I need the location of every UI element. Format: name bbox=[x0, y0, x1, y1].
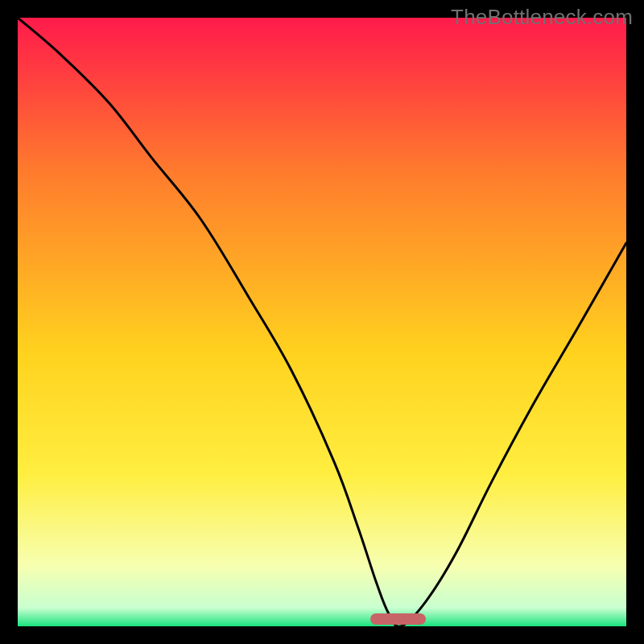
chart-frame: TheBottleneck.com bbox=[0, 0, 644, 644]
plot-area bbox=[18, 18, 626, 626]
bottleneck-curve bbox=[18, 18, 626, 626]
watermark-text: TheBottleneck.com bbox=[451, 5, 633, 30]
optimal-range-marker bbox=[370, 613, 425, 625]
curve-layer bbox=[18, 18, 626, 626]
